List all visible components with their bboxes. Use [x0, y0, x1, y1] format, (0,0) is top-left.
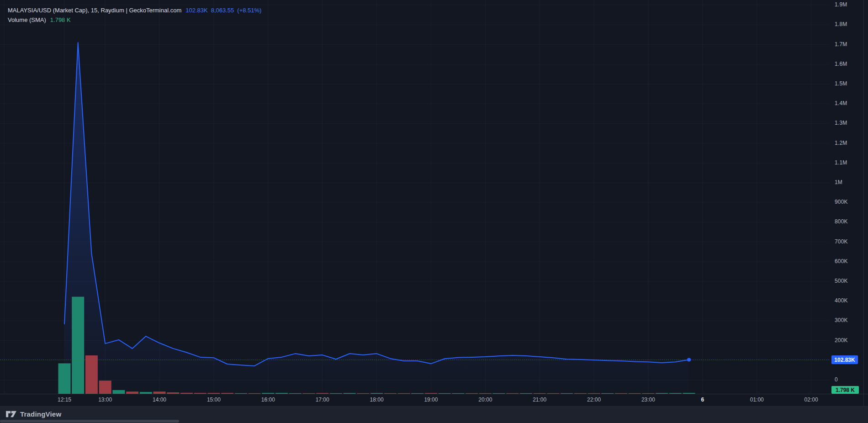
current-price-badge: 102.83K	[831, 355, 858, 364]
price-axis-label: 600K	[835, 258, 848, 264]
volume-indicator-label: Volume (SMA)	[8, 16, 46, 23]
price-axis-label: 0	[835, 376, 838, 383]
price-axis[interactable]: 1.9M1.8M1.7M1.6M1.5M1.4M1.3M1.2M1.1M1M90…	[829, 0, 868, 394]
price-axis-label: 1.6M	[835, 61, 847, 67]
horizontal-scrollbar-thumb[interactable]	[0, 420, 179, 423]
time-axis-label: 15:00	[203, 397, 224, 403]
price-axis-label: 1.8M	[835, 21, 847, 27]
tradingview-logo-icon	[5, 410, 17, 418]
volume-bar	[72, 297, 84, 394]
price-axis-label: 1.4M	[835, 100, 847, 106]
time-axis-label: 12:15	[54, 397, 75, 403]
price-axis-label: 1.9M	[835, 1, 847, 8]
tradingview-link[interactable]: TradingView	[5, 410, 61, 418]
time-axis-label: 02:00	[801, 397, 822, 403]
tradingview-wordmark: TradingView	[20, 410, 61, 418]
volume-indicator-value: 1.798 K	[50, 16, 71, 23]
symbol-title: MALAYSIA/USD (Market Cap), 15, Raydium |…	[8, 7, 181, 14]
time-axis-label: 13:00	[95, 397, 116, 403]
price-axis-label: 800K	[835, 218, 848, 225]
volume-bar	[112, 390, 125, 394]
time-axis-label: 23:00	[638, 397, 659, 403]
price-axis-label: 700K	[835, 238, 848, 245]
volume-bar	[99, 381, 111, 394]
price-change-abs: 8,063.55	[211, 7, 234, 14]
price-change-pct: (+8.51%)	[237, 7, 261, 14]
legend-volume-row: Volume (SMA)1.798 K	[8, 15, 261, 25]
price-axis-label: 1M	[835, 179, 842, 185]
price-axis-label: 200K	[835, 337, 848, 344]
legend: MALAYSIA/USD (Market Cap), 15, Raydium |…	[8, 5, 261, 25]
time-axis-label: 18:00	[366, 397, 387, 403]
time-axis-label: 22:00	[583, 397, 604, 403]
chart-canvas[interactable]	[0, 0, 868, 406]
time-axis-label: 16:00	[258, 397, 279, 403]
time-axis-label: 14:00	[149, 397, 170, 403]
time-axis-label: 01:00	[746, 397, 767, 403]
horizontal-gridlines	[0, 5, 829, 380]
legend-symbol-row: MALAYSIA/USD (Market Cap), 15, Raydium |…	[8, 5, 261, 15]
volume-bar	[58, 363, 71, 394]
time-axis-label: 17:00	[312, 397, 333, 403]
last-price-value: 102.83K	[185, 7, 207, 14]
price-axis-label: 400K	[835, 297, 848, 304]
price-axis-label: 1.5M	[835, 80, 847, 87]
price-axis-label: 1.3M	[835, 120, 847, 126]
time-axis-label: 20:00	[475, 397, 496, 403]
geckoterminal-tradingview-chart: MALAYSIA/USD (Market Cap), 15, Raydium |…	[0, 0, 868, 423]
time-axis-label: 21:00	[529, 397, 550, 403]
time-axis[interactable]: 12:1513:0014:0015:0016:0017:0018:0019:00…	[0, 394, 868, 406]
current-volume-badge: 1.798 K	[831, 386, 859, 394]
price-axis-label: 500K	[835, 278, 848, 284]
price-axis-label: 900K	[835, 199, 848, 205]
time-axis-label: 6	[692, 397, 713, 403]
volume-bar	[85, 355, 98, 394]
price-axis-label: 300K	[835, 317, 848, 323]
price-axis-label: 1.2M	[835, 140, 847, 146]
attribution-bar: TradingView	[0, 406, 868, 423]
last-point-marker	[687, 358, 691, 362]
price-axis-label: 1.7M	[835, 41, 847, 48]
price-axis-label: 1.1M	[835, 159, 847, 166]
vertical-gridlines	[4, 0, 811, 394]
time-axis-label: 19:00	[420, 397, 441, 403]
